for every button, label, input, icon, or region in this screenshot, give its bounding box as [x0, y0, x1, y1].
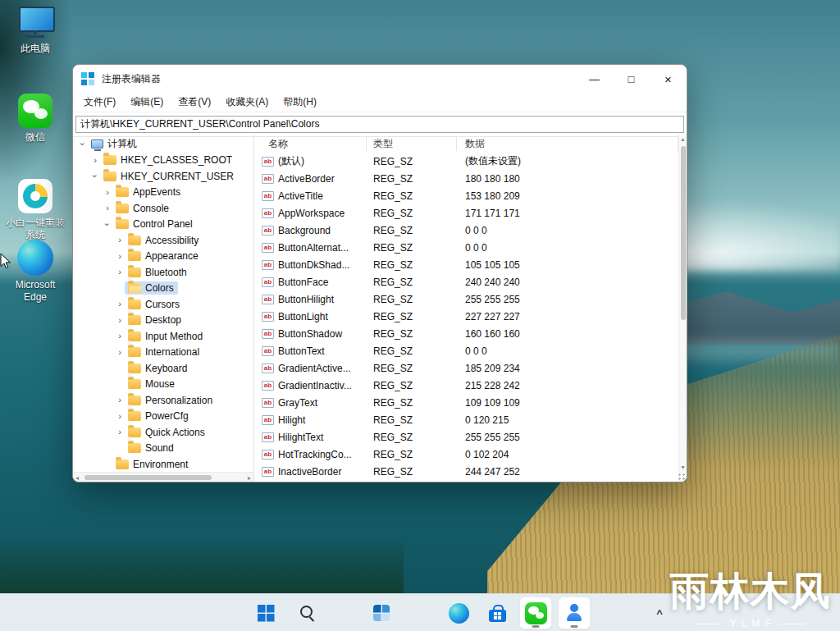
- close-button[interactable]: ×: [650, 65, 687, 93]
- value-row-13[interactable]: GradientInactiv...REG_SZ215 228 242: [255, 377, 678, 394]
- taskbar-store-button[interactable]: [481, 597, 514, 629]
- tree-item-sound[interactable]: Sound: [73, 441, 253, 457]
- address-input[interactable]: [75, 116, 684, 133]
- resize-grip[interactable]: [678, 473, 686, 481]
- value-row-16[interactable]: HilightTextREG_SZ255 255 255: [255, 428, 678, 446]
- tree-item-international[interactable]: International: [73, 345, 253, 361]
- menu-item-2[interactable]: 查看(V): [171, 93, 218, 112]
- chevron-right-icon[interactable]: [115, 412, 125, 421]
- menu-item-1[interactable]: 编辑(E): [123, 93, 171, 112]
- value-row-14[interactable]: GrayTextREG_SZ109 109 109: [255, 394, 678, 411]
- chevron-right-icon[interactable]: [115, 252, 125, 261]
- maximize-button[interactable]: □: [613, 65, 650, 93]
- value-name-cell: ButtonDkShad...: [255, 259, 367, 271]
- value-type: REG_SZ: [367, 277, 457, 288]
- tree-item-input-method[interactable]: Input Method: [73, 328, 253, 345]
- desktop-icon-xiaobai[interactable]: 小白一键重装系统: [3, 179, 67, 241]
- chevron-right-icon[interactable]: [115, 396, 125, 405]
- taskbar-widgets-button[interactable]: [365, 597, 398, 629]
- scroll-up-icon[interactable]: ▲: [679, 136, 687, 142]
- reg-sz-string-icon: [262, 364, 274, 373]
- chevron-right-icon[interactable]: [115, 428, 125, 437]
- chevron-right-icon[interactable]: [115, 267, 125, 277]
- value-row-6[interactable]: ButtonDkShad...REG_SZ105 105 105: [255, 256, 678, 273]
- taskbar-wechat-button[interactable]: [519, 597, 552, 629]
- value-row-17[interactable]: HotTrackingCo...REG_SZ0 102 204: [255, 446, 678, 463]
- tree-item-desktop[interactable]: Desktop: [73, 313, 253, 329]
- tree-item-quick-actions[interactable]: Quick Actions: [73, 424, 253, 441]
- tree-item-hkey-current-user[interactable]: HKEY_CURRENT_USER: [73, 168, 253, 185]
- taskbar-file-explorer-button[interactable]: [404, 597, 436, 629]
- value-row-4[interactable]: BackgroundREG_SZ0 0 0: [255, 222, 678, 239]
- tree-item-console[interactable]: Console: [73, 200, 253, 217]
- column-header-1[interactable]: 类型: [367, 136, 457, 151]
- column-header-2[interactable]: 数据: [457, 136, 678, 151]
- value-row-0[interactable]: (默认)REG_SZ(数值未设置): [255, 153, 678, 170]
- tree-item-environment[interactable]: Environment: [73, 456, 253, 473]
- tree-item-mouse[interactable]: Mouse: [73, 377, 253, 393]
- menu-item-3[interactable]: 收藏夹(A): [218, 93, 276, 112]
- value-name-cell: GradientActive...: [255, 363, 367, 374]
- taskbar-task-view-button[interactable]: [326, 597, 359, 629]
- taskbar-search-button[interactable]: [288, 597, 321, 629]
- menu-item-4[interactable]: 帮助(H): [276, 93, 324, 112]
- scroll-down-icon[interactable]: ▼: [679, 464, 687, 470]
- values-scrollbar-thumb[interactable]: [681, 146, 686, 320]
- menu-item-0[interactable]: 文件(F): [76, 93, 123, 112]
- desktop-icon-edge[interactable]: Microsoft Edge: [3, 240, 67, 304]
- value-row-3[interactable]: AppWorkspaceREG_SZ171 171 171: [255, 204, 678, 222]
- tree-item-hkey-classes-root[interactable]: HKEY_CLASSES_ROOT: [73, 153, 253, 169]
- chevron-right-icon[interactable]: [115, 299, 125, 309]
- tree-item-cursors[interactable]: Cursors: [73, 296, 253, 313]
- tree-item-computer[interactable]: 计算机: [73, 136, 253, 153]
- chevron-right-icon[interactable]: [90, 156, 100, 165]
- tree-scrollbar-thumb[interactable]: [84, 475, 212, 480]
- tree-item-bluetooth[interactable]: Bluetooth: [73, 264, 253, 281]
- chevron-right-icon[interactable]: [115, 235, 125, 245]
- chevron-right-icon[interactable]: [103, 188, 112, 197]
- desktop-icon-wechat[interactable]: 微信: [3, 94, 67, 144]
- value-name: Background: [278, 225, 331, 236]
- tree-item-personalization[interactable]: Personalization: [73, 392, 253, 409]
- value-row-12[interactable]: GradientActive...REG_SZ185 209 234: [255, 359, 678, 377]
- tree-item-control-panel[interactable]: Control Panel: [73, 217, 253, 233]
- tree-horizontal-scrollbar[interactable]: ◂ ▸: [73, 472, 253, 482]
- folder-icon: [116, 219, 129, 229]
- values-vertical-scrollbar[interactable]: ▲ ▼: [678, 135, 687, 482]
- value-row-5[interactable]: ButtonAlternat...REG_SZ0 0 0: [255, 239, 678, 256]
- chevron-right-icon[interactable]: [103, 203, 112, 213]
- tray-chevron-up-icon[interactable]: ^: [650, 594, 669, 631]
- tree-item-label: International: [145, 346, 199, 358]
- chevron-right-icon[interactable]: [115, 316, 125, 325]
- taskbar-wecom-button[interactable]: [558, 597, 591, 629]
- chevron-down-icon[interactable]: [90, 171, 100, 181]
- value-row-1[interactable]: ActiveBorderREG_SZ180 180 180: [255, 170, 678, 187]
- tree-item-appearance[interactable]: Appearance: [73, 249, 253, 265]
- chevron-right-icon[interactable]: [115, 348, 125, 357]
- taskbar-edge-button[interactable]: [442, 597, 475, 629]
- minimize-button[interactable]: —: [576, 65, 613, 93]
- chevron-right-icon[interactable]: [115, 332, 125, 341]
- value-row-10[interactable]: ButtonShadowREG_SZ160 160 160: [255, 325, 678, 342]
- value-row-7[interactable]: ButtonFaceREG_SZ240 240 240: [255, 273, 678, 290]
- tree-item-powercfg[interactable]: PowerCfg: [73, 409, 253, 425]
- value-name: ButtonText: [278, 345, 325, 357]
- title-bar[interactable]: 注册表编辑器 — □ ×: [73, 65, 687, 93]
- column-header-0[interactable]: 名称: [255, 136, 367, 151]
- tree-item-accessibility[interactable]: Accessibility: [73, 232, 253, 249]
- value-row-18[interactable]: InactiveBorderREG_SZ244 247 252: [255, 463, 678, 480]
- value-row-8[interactable]: ButtonHilightREG_SZ255 255 255: [255, 290, 678, 308]
- tree-item-keyboard[interactable]: Keyboard: [73, 360, 253, 377]
- chevron-down-icon[interactable]: [78, 139, 88, 149]
- scroll-right-icon[interactable]: ▸: [248, 474, 251, 482]
- chevron-down-icon[interactable]: [103, 220, 112, 229]
- scroll-left-icon[interactable]: ◂: [75, 474, 79, 482]
- value-row-9[interactable]: ButtonLightREG_SZ227 227 227: [255, 308, 678, 325]
- value-row-11[interactable]: ButtonTextREG_SZ0 0 0: [255, 342, 678, 359]
- taskbar-start-button[interactable]: [249, 597, 282, 629]
- tree-item-appevents[interactable]: AppEvents: [73, 185, 253, 201]
- desktop-icon-this-pc[interactable]: 此电脑: [3, 5, 67, 55]
- value-row-15[interactable]: HilightREG_SZ0 120 215: [255, 411, 678, 428]
- tree-item-colors[interactable]: Colors: [73, 281, 253, 297]
- value-row-2[interactable]: ActiveTitleREG_SZ153 180 209: [255, 187, 678, 204]
